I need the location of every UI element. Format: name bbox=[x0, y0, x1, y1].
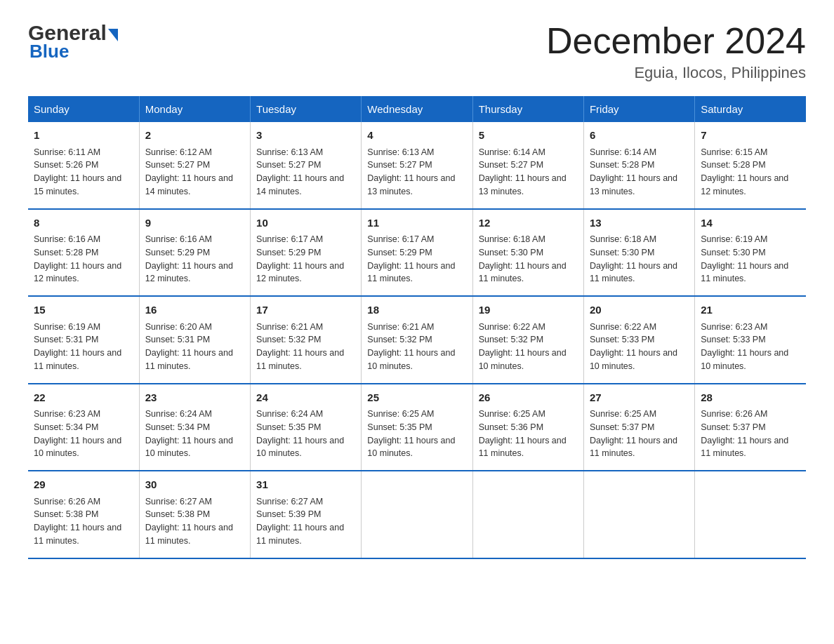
day-sunset: Sunset: 5:29 PM bbox=[145, 248, 210, 257]
day-sunset: Sunset: 5:35 PM bbox=[367, 422, 432, 432]
day-number: 13 bbox=[590, 215, 689, 232]
day-sunset: Sunset: 5:32 PM bbox=[256, 335, 321, 344]
page-header: General Blue December 2024 Eguia, Ilocos… bbox=[28, 21, 806, 82]
day-number: 25 bbox=[367, 390, 466, 406]
day-daylight: Daylight: 11 hours and 11 minutes. bbox=[590, 261, 677, 284]
day-sunrise: Sunrise: 6:17 AM bbox=[256, 234, 323, 244]
day-sunrise: Sunrise: 6:22 AM bbox=[479, 322, 545, 332]
day-sunset: Sunset: 5:28 PM bbox=[701, 160, 765, 170]
calendar-week-row: 8 Sunrise: 6:16 AM Sunset: 5:28 PM Dayli… bbox=[28, 209, 806, 297]
table-row: 22 Sunrise: 6:23 AM Sunset: 5:34 PM Dayl… bbox=[28, 384, 139, 471]
table-row: 10 Sunrise: 6:17 AM Sunset: 5:29 PM Dayl… bbox=[251, 209, 362, 297]
day-sunrise: Sunrise: 6:23 AM bbox=[34, 409, 100, 419]
table-row: 9 Sunrise: 6:16 AM Sunset: 5:29 PM Dayli… bbox=[139, 209, 250, 297]
day-daylight: Daylight: 11 hours and 12 minutes. bbox=[145, 261, 233, 284]
day-daylight: Daylight: 11 hours and 13 minutes. bbox=[479, 173, 567, 196]
title-block: December 2024 Eguia, Ilocos, Philippines bbox=[546, 21, 806, 82]
day-sunrise: Sunrise: 6:16 AM bbox=[34, 234, 100, 244]
day-sunset: Sunset: 5:35 PM bbox=[256, 422, 321, 432]
day-sunrise: Sunrise: 6:25 AM bbox=[479, 409, 545, 419]
col-saturday: Saturday bbox=[695, 96, 806, 122]
logo-blue-text: Blue bbox=[28, 41, 69, 62]
day-sunset: Sunset: 5:27 PM bbox=[479, 160, 543, 170]
day-number: 17 bbox=[256, 302, 355, 318]
day-number: 24 bbox=[256, 390, 355, 406]
table-row: 6 Sunrise: 6:14 AM Sunset: 5:28 PM Dayli… bbox=[583, 122, 694, 209]
day-number: 22 bbox=[34, 390, 133, 406]
table-row: 4 Sunrise: 6:13 AM Sunset: 5:27 PM Dayli… bbox=[362, 122, 472, 209]
day-daylight: Daylight: 11 hours and 13 minutes. bbox=[367, 173, 455, 196]
day-number: 14 bbox=[701, 215, 800, 232]
day-sunset: Sunset: 5:32 PM bbox=[479, 335, 543, 344]
table-row: 20 Sunrise: 6:22 AM Sunset: 5:33 PM Dayl… bbox=[583, 296, 694, 384]
table-row: 2 Sunrise: 6:12 AM Sunset: 5:27 PM Dayli… bbox=[139, 122, 250, 209]
table-row: 16 Sunrise: 6:20 AM Sunset: 5:31 PM Dayl… bbox=[139, 296, 250, 384]
day-daylight: Daylight: 11 hours and 11 minutes. bbox=[701, 436, 788, 459]
day-number: 29 bbox=[34, 477, 133, 493]
day-sunrise: Sunrise: 6:27 AM bbox=[145, 497, 212, 507]
month-title: December 2024 bbox=[546, 21, 806, 61]
table-row: 27 Sunrise: 6:25 AM Sunset: 5:37 PM Dayl… bbox=[583, 384, 694, 471]
table-row: 11 Sunrise: 6:17 AM Sunset: 5:29 PM Dayl… bbox=[362, 209, 472, 297]
day-number: 15 bbox=[34, 302, 133, 318]
day-sunset: Sunset: 5:27 PM bbox=[145, 160, 210, 170]
day-sunset: Sunset: 5:39 PM bbox=[256, 509, 321, 519]
day-sunset: Sunset: 5:30 PM bbox=[479, 248, 543, 257]
day-daylight: Daylight: 11 hours and 11 minutes. bbox=[34, 523, 121, 546]
day-sunrise: Sunrise: 6:17 AM bbox=[367, 234, 434, 244]
day-daylight: Daylight: 11 hours and 10 minutes. bbox=[34, 436, 121, 459]
day-number: 1 bbox=[34, 128, 133, 144]
day-sunset: Sunset: 5:38 PM bbox=[145, 509, 210, 519]
calendar-week-row: 1 Sunrise: 6:11 AM Sunset: 5:26 PM Dayli… bbox=[28, 122, 806, 209]
day-sunset: Sunset: 5:30 PM bbox=[701, 248, 765, 257]
table-row: 17 Sunrise: 6:21 AM Sunset: 5:32 PM Dayl… bbox=[251, 296, 362, 384]
table-row: 29 Sunrise: 6:26 AM Sunset: 5:38 PM Dayl… bbox=[28, 471, 139, 558]
day-daylight: Daylight: 11 hours and 11 minutes. bbox=[479, 436, 567, 459]
table-row: 24 Sunrise: 6:24 AM Sunset: 5:35 PM Dayl… bbox=[251, 384, 362, 471]
day-daylight: Daylight: 11 hours and 11 minutes. bbox=[145, 348, 233, 371]
day-sunset: Sunset: 5:28 PM bbox=[34, 248, 98, 257]
table-row: 12 Sunrise: 6:18 AM Sunset: 5:30 PM Dayl… bbox=[472, 209, 583, 297]
table-row: 14 Sunrise: 6:19 AM Sunset: 5:30 PM Dayl… bbox=[695, 209, 806, 297]
day-sunrise: Sunrise: 6:11 AM bbox=[34, 147, 100, 157]
day-sunrise: Sunrise: 6:15 AM bbox=[701, 147, 767, 157]
table-row: 19 Sunrise: 6:22 AM Sunset: 5:32 PM Dayl… bbox=[472, 296, 583, 384]
day-sunrise: Sunrise: 6:24 AM bbox=[256, 409, 323, 419]
col-sunday: Sunday bbox=[28, 96, 139, 122]
day-sunrise: Sunrise: 6:14 AM bbox=[479, 147, 545, 157]
day-sunset: Sunset: 5:38 PM bbox=[34, 509, 98, 519]
day-sunrise: Sunrise: 6:22 AM bbox=[590, 322, 656, 332]
day-daylight: Daylight: 11 hours and 10 minutes. bbox=[145, 436, 233, 459]
day-sunset: Sunset: 5:27 PM bbox=[256, 160, 321, 170]
table-row: 1 Sunrise: 6:11 AM Sunset: 5:26 PM Dayli… bbox=[28, 122, 139, 209]
day-daylight: Daylight: 11 hours and 10 minutes. bbox=[256, 436, 344, 459]
calendar-week-row: 22 Sunrise: 6:23 AM Sunset: 5:34 PM Dayl… bbox=[28, 384, 806, 471]
day-daylight: Daylight: 11 hours and 14 minutes. bbox=[145, 173, 233, 196]
day-sunset: Sunset: 5:28 PM bbox=[590, 160, 654, 170]
day-number: 27 bbox=[590, 390, 689, 406]
day-daylight: Daylight: 11 hours and 14 minutes. bbox=[256, 173, 344, 196]
table-row: 30 Sunrise: 6:27 AM Sunset: 5:38 PM Dayl… bbox=[139, 471, 250, 558]
day-number: 5 bbox=[479, 128, 578, 144]
calendar-table: Sunday Monday Tuesday Wednesday Thursday… bbox=[28, 96, 806, 559]
day-daylight: Daylight: 11 hours and 10 minutes. bbox=[479, 348, 567, 371]
day-sunrise: Sunrise: 6:25 AM bbox=[367, 409, 434, 419]
day-sunset: Sunset: 5:34 PM bbox=[145, 422, 210, 432]
table-row bbox=[695, 471, 806, 558]
day-sunset: Sunset: 5:29 PM bbox=[367, 248, 432, 257]
day-sunrise: Sunrise: 6:12 AM bbox=[145, 147, 212, 157]
day-daylight: Daylight: 11 hours and 13 minutes. bbox=[590, 173, 677, 196]
day-sunset: Sunset: 5:33 PM bbox=[590, 335, 654, 344]
day-sunrise: Sunrise: 6:18 AM bbox=[590, 234, 656, 244]
col-friday: Friday bbox=[583, 96, 694, 122]
calendar-week-row: 29 Sunrise: 6:26 AM Sunset: 5:38 PM Dayl… bbox=[28, 471, 806, 558]
table-row: 21 Sunrise: 6:23 AM Sunset: 5:33 PM Dayl… bbox=[695, 296, 806, 384]
col-tuesday: Tuesday bbox=[251, 96, 362, 122]
table-row: 3 Sunrise: 6:13 AM Sunset: 5:27 PM Dayli… bbox=[251, 122, 362, 209]
day-sunset: Sunset: 5:32 PM bbox=[367, 335, 432, 344]
location-subtitle: Eguia, Ilocos, Philippines bbox=[546, 64, 806, 82]
table-row bbox=[583, 471, 694, 558]
day-number: 28 bbox=[701, 390, 800, 406]
day-number: 18 bbox=[367, 302, 466, 318]
day-sunrise: Sunrise: 6:19 AM bbox=[701, 234, 767, 244]
